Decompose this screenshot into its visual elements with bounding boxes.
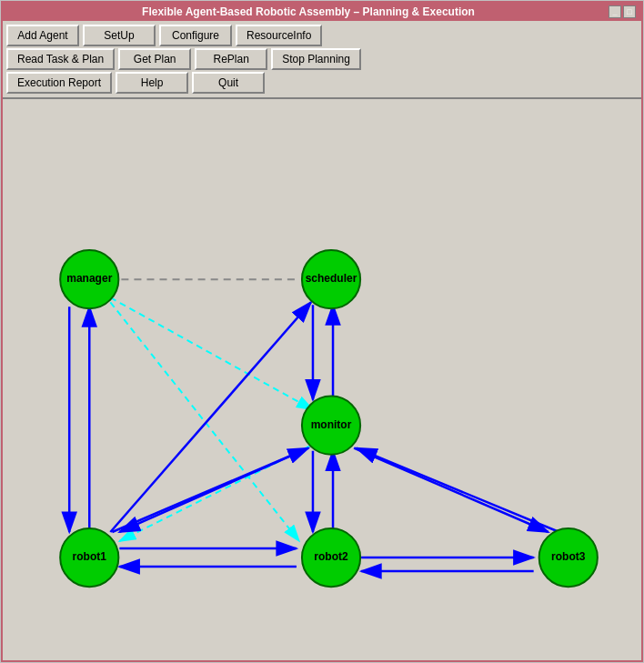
node-robot1[interactable]: [60, 528, 118, 587]
node-robot2[interactable]: [302, 528, 360, 587]
node-monitor[interactable]: [302, 397, 360, 455]
title-bar-controls: _ □: [609, 5, 636, 18]
node-scheduler[interactable]: [302, 250, 360, 308]
main-window: Flexible Agent-Based Robotic Assembly – …: [1, 1, 643, 662]
get-plan-button[interactable]: Get Plan: [118, 48, 191, 70]
help-button[interactable]: Help: [116, 72, 188, 94]
svg-line-20: [357, 448, 559, 532]
title-bar: Flexible Agent-Based Robotic Assembly – …: [3, 3, 641, 21]
toolbar: Add Agent SetUp Configure ResourceInfo R…: [3, 21, 641, 99]
quit-button[interactable]: Quit: [192, 72, 265, 94]
node-manager[interactable]: [60, 250, 118, 308]
configure-button[interactable]: Configure: [159, 25, 232, 46]
toolbar-row-1: Add Agent SetUp Configure ResourceInfo: [6, 25, 638, 46]
svg-line-5: [110, 302, 299, 541]
window-title: Flexible Agent-Based Robotic Assembly – …: [8, 5, 609, 18]
svg-line-21: [110, 302, 311, 532]
svg-line-18: [112, 448, 308, 532]
stop-planning-button[interactable]: Stop Planning: [271, 48, 361, 70]
read-task-plan-button[interactable]: Read Task & Plan: [6, 48, 115, 70]
node-robot3[interactable]: [539, 528, 598, 587]
toolbar-row-3: Execution Report Help Quit: [6, 72, 638, 94]
svg-line-19: [354, 448, 548, 532]
resource-info-button[interactable]: ResourceInfo: [236, 25, 322, 46]
maximize-button[interactable]: □: [623, 5, 636, 18]
add-agent-button[interactable]: Add Agent: [6, 25, 79, 46]
setup-button[interactable]: SetUp: [83, 25, 156, 46]
minimize-button[interactable]: _: [609, 5, 621, 18]
svg-line-4: [110, 297, 313, 409]
toolbar-row-2: Read Task & Plan Get Plan RePlan Stop Pl…: [6, 48, 638, 70]
graph-canvas: manager scheduler monitor robot1 robot2 …: [3, 99, 641, 660]
graph-svg: manager scheduler monitor robot1 robot2 …: [3, 99, 641, 660]
replan-button[interactable]: RePlan: [195, 48, 267, 70]
execution-report-button[interactable]: Execution Report: [6, 72, 112, 94]
